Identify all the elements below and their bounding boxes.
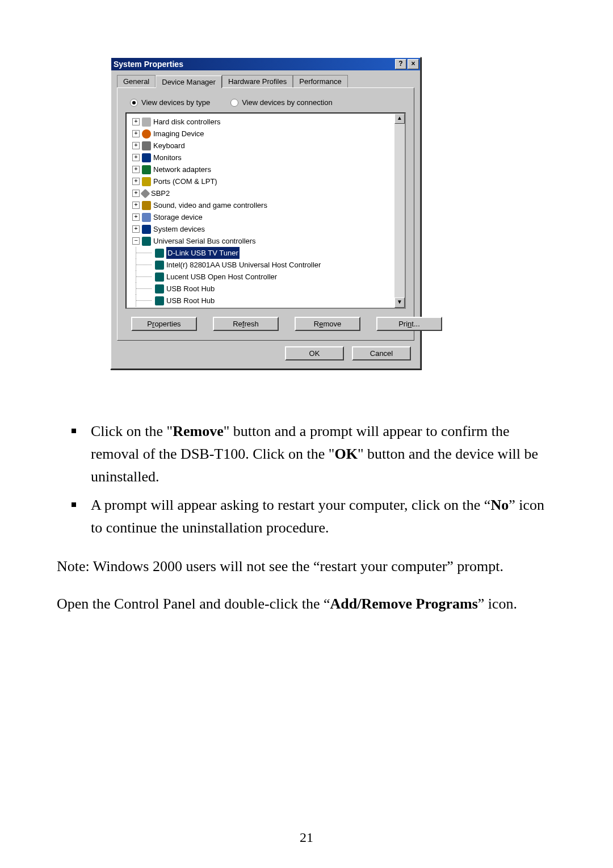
expand-icon[interactable]: + [132,190,140,197]
tree-label: Lucent USB Open Host Controller [166,271,277,283]
tree-label: System devices [153,223,205,235]
collapse-icon[interactable]: − [132,237,140,245]
storage-icon [142,213,151,222]
help-button[interactable]: ? [395,59,406,69]
tree-label: Keyboard [153,140,185,152]
tree-label: Ports (COM & LPT) [153,175,217,187]
tree-label: Sound, video and game controllers [153,199,267,211]
tree-node-sound[interactable]: + Sound, video and game controllers [130,199,393,211]
tree-child-roothub-2[interactable]: USB Root Hub [130,295,393,307]
tree-label: Hard disk controllers [153,116,221,128]
tree-node-system[interactable]: + System devices [130,223,393,235]
expand-icon[interactable]: + [132,130,140,137]
tree-label-selected: D-Link USB TV Tuner [166,247,240,259]
scroll-up-icon[interactable]: ▲ [394,114,405,124]
tree-node-hard-disk[interactable]: + Hard disk controllers [130,116,393,128]
tree-node-monitors[interactable]: + Monitors [130,152,393,163]
expand-icon[interactable]: + [132,166,140,173]
device-icon [155,284,164,293]
network-icon [142,165,151,174]
tree-label: SBP2 [151,187,170,199]
expand-icon[interactable]: + [132,118,140,125]
device-icon [155,261,164,270]
list-item: A prompt will appear asking to restart y… [91,494,556,539]
tab-general[interactable]: General [117,75,156,87]
device-tree-wrap: + Hard disk controllers + Imaging Device… [125,112,406,309]
device-buttons-row: Properties Refresh Remove Print... [125,317,406,331]
titlebar[interactable]: System Properties ? × [111,58,420,70]
radio-dot-icon [130,99,138,107]
view-mode-row: View devices by type View devices by con… [130,98,406,107]
device-icon [155,296,164,305]
radio-by-type[interactable]: View devices by type [130,98,210,107]
ok-button[interactable]: OK [285,346,344,360]
tree-node-network[interactable]: + Network adapters [130,163,393,175]
expand-icon[interactable]: + [132,154,140,161]
expand-icon[interactable]: + [132,178,140,185]
disk-icon [142,118,151,127]
monitor-icon [142,153,151,162]
tree-child-intel[interactable]: Intel(r) 82801AA USB Universal Host Cont… [130,259,393,271]
tree-node-imaging[interactable]: + Imaging Device [130,128,393,140]
titlebar-text: System Properties [114,60,394,69]
tree-label: Imaging Device [153,128,204,140]
tree-child-dlink[interactable]: D-Link USB TV Tuner [130,247,393,259]
tree-child-lucent[interactable]: Lucent USB Open Host Controller [130,271,393,283]
note-paragraph: Note: Windows 2000 users will not see th… [57,555,556,578]
expand-icon[interactable]: + [132,213,140,221]
tab-strip: General Device Manager Hardware Profiles… [111,70,420,87]
radio-dot-icon [230,99,238,107]
camera-icon [142,129,151,139]
list-item: Click on the "Remove" button and a promp… [91,420,556,488]
tree-node-keyboard[interactable]: + Keyboard [130,140,393,152]
tab-device-manager[interactable]: Device Manager [156,76,222,88]
tree-label: Monitors [153,152,182,163]
expand-icon[interactable]: + [132,225,140,233]
keyboard-icon [142,141,151,150]
tree-label: USB Root Hub [166,295,215,307]
system-icon [142,225,151,234]
ports-icon [142,177,151,186]
close-button[interactable]: × [408,59,419,69]
tree-node-ports[interactable]: + Ports (COM & LPT) [130,175,393,187]
expand-icon[interactable]: + [132,142,140,149]
tree-node-storage[interactable]: + Storage device [130,211,393,223]
radio-by-connection[interactable]: View devices by connection [230,98,332,107]
device-manager-panel: View devices by type View devices by con… [117,87,414,341]
sound-icon [142,201,151,210]
open-control-panel-paragraph: Open the Control Panel and double-click … [57,593,556,615]
device-tree[interactable]: + Hard disk controllers + Imaging Device… [125,112,396,309]
tree-label: Storage device [153,211,203,223]
remove-button[interactable]: Remove [295,317,360,331]
tree-scrollbar[interactable]: ▲ ▼ [394,112,406,309]
device-icon [155,272,164,282]
expand-icon[interactable]: + [132,202,140,209]
cancel-button[interactable]: Cancel [352,346,411,360]
print-button[interactable]: Print... [376,317,442,331]
tree-node-sbp2[interactable]: + SBP2 [130,187,393,199]
tab-performance[interactable]: Performance [293,75,347,87]
device-icon [155,249,164,258]
refresh-button[interactable]: Refresh [213,317,279,331]
dialog-footer: OK Cancel [111,346,420,368]
properties-button[interactable]: Properties [131,317,197,331]
tree-node-usb[interactable]: − Universal Serial Bus controllers [130,235,393,247]
tree-label: Universal Serial Bus controllers [153,235,256,247]
sbp2-icon [141,188,150,198]
tab-hardware-profiles[interactable]: Hardware Profiles [222,75,293,87]
page-number: 21 [0,830,613,845]
instruction-list: Click on the "Remove" button and a promp… [57,420,556,539]
tree-label: Intel(r) 82801AA USB Universal Host Cont… [166,259,321,271]
scroll-down-icon[interactable]: ▼ [394,297,405,308]
tree-label: Network adapters [153,163,211,175]
tree-child-roothub-1[interactable]: USB Root Hub [130,283,393,295]
document-body: Click on the "Remove" button and a promp… [57,420,556,630]
system-properties-dialog: System Properties ? × General Device Man… [110,57,421,370]
tree-label: USB Root Hub [166,283,215,295]
usb-icon [142,237,151,246]
